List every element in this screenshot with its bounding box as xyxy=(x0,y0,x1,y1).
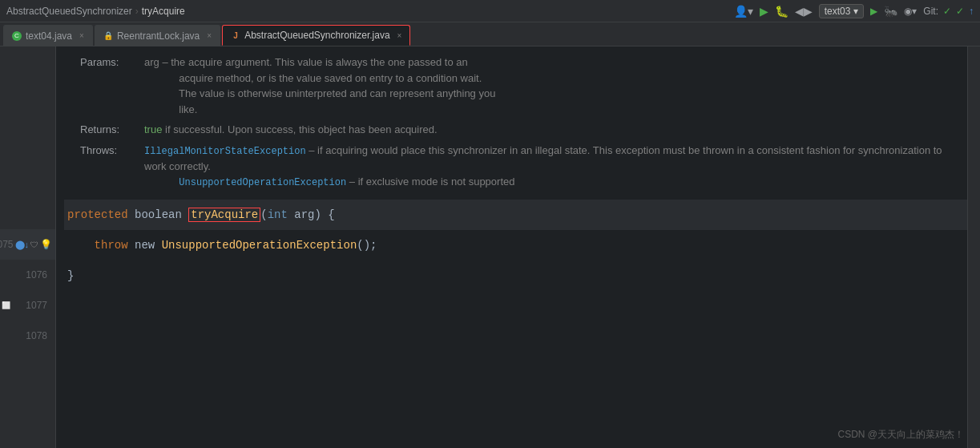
params-text: arg – the acquire argument. This value i… xyxy=(144,54,495,117)
returns-true: true xyxy=(144,123,162,135)
gutter-blank-5 xyxy=(0,168,55,199)
params-open: ( xyxy=(260,208,267,221)
throws-label: Throws: xyxy=(80,143,144,191)
gutter-line-1075: 1075 ⬤↓ 🛡 💡 xyxy=(0,229,55,260)
returns-rest: if successful. Upon success, this object… xyxy=(162,123,437,135)
shield-icon: 🛡 xyxy=(30,240,38,249)
tab-label-aqs: AbstractQueuedSynchronizer.java xyxy=(244,30,389,41)
tab-text04[interactable]: C text04.java × xyxy=(3,25,93,46)
params-label: Params: xyxy=(80,54,144,117)
line-number-gutter: 1075 ⬤↓ 🛡 💡 1076 1077 ⬜ 1078 xyxy=(0,46,56,448)
throws-value: IllegalMonitorStateException – if acquir… xyxy=(144,143,951,191)
person-icon: 👤▾ xyxy=(734,5,753,18)
tab-icon-text04: C xyxy=(12,31,22,41)
tab-bar: C text04.java × 🔒 ReentrantLock.java × J… xyxy=(0,22,980,46)
keyword-throw: throw xyxy=(95,239,128,252)
git-check-icon2: ✓ xyxy=(956,6,964,17)
tab-label-reentrantlock: ReentrantLock.java xyxy=(117,30,200,42)
gutter-blank-3 xyxy=(0,107,55,138)
tab-close-text04[interactable]: × xyxy=(79,31,84,40)
returns-label: Returns: xyxy=(80,122,144,138)
gutter-blank-4 xyxy=(0,138,55,168)
tab-reentrantlock[interactable]: 🔒 ReentrantLock.java × xyxy=(95,25,220,46)
constructor-call: (); xyxy=(357,239,377,252)
line-number-1077: 1077 xyxy=(26,300,47,311)
git-check-icon: ✓ xyxy=(943,6,951,17)
gutter-line-1076: 1076 xyxy=(0,260,55,290)
breadcrumb: AbstractQueuedSynchronizer › tryAcquire xyxy=(6,6,185,17)
chevron-down-icon: ▾ xyxy=(853,6,858,17)
line-number-1075: 1075 xyxy=(0,239,14,250)
tab-close-reentrantlock[interactable]: × xyxy=(207,31,212,40)
editor-main: 1075 ⬤↓ 🛡 💡 1076 1077 ⬜ 1078 Params: arg… xyxy=(0,46,980,448)
doc-block: Params: arg – the acquire argument. This… xyxy=(64,46,967,200)
gutter-blank-6 xyxy=(0,199,55,229)
git-push-icon[interactable]: ↑ xyxy=(969,6,974,17)
closing-brace: } xyxy=(67,269,74,282)
code-line-1077: } xyxy=(64,260,967,291)
run-config-label: text03 xyxy=(825,6,851,17)
doc-params-line: Params: arg – the acquire argument. This… xyxy=(80,54,951,117)
tab-aqs[interactable]: J AbstractQueuedSynchronizer.java × xyxy=(222,25,410,46)
space2 xyxy=(182,208,188,221)
bookmark-icon[interactable]: ⬤↓ xyxy=(15,240,30,250)
run-arrow-icon[interactable]: ▶ xyxy=(760,5,768,18)
git-area: Git: ✓ ✓ ↑ xyxy=(923,6,974,17)
space-new: new xyxy=(128,239,162,252)
throws-code1: IllegalMonitorStateException xyxy=(144,146,306,157)
type-boolean: boolean xyxy=(135,208,182,221)
indent-1076 xyxy=(67,239,95,252)
gutter-blank-2 xyxy=(0,77,55,107)
throws-code2: UnsupportedOperationException xyxy=(179,177,346,188)
ant-icon[interactable]: 🐜 xyxy=(884,5,897,18)
profile-icon[interactable]: ◀▶ xyxy=(795,5,813,18)
code-line-1075: protected boolean tryAcquire ( int arg) … xyxy=(64,200,967,230)
line-number-1078: 1078 xyxy=(26,330,47,341)
bulb-icon[interactable]: 💡 xyxy=(40,239,52,250)
code-line-1078 xyxy=(64,291,967,321)
top-bar: AbstractQueuedSynchronizer › tryAcquire … xyxy=(0,0,980,22)
tab-icon-reentrantlock: 🔒 xyxy=(103,31,113,41)
code-line-1076: throw new UnsupportedOperationException … xyxy=(64,230,967,260)
keyword-protected: protected xyxy=(67,208,128,221)
param-name-arg: arg) { xyxy=(288,208,335,221)
throws-text2: – if exclusive mode is not supported xyxy=(349,176,515,188)
breadcrumb-class: AbstractQueuedSynchronizer xyxy=(6,6,132,17)
line-number-1076: 1076 xyxy=(26,269,47,281)
doc-returns-line: Returns: true if successful. Upon succes… xyxy=(80,122,951,138)
class-unsupported: UnsupportedOperationException xyxy=(162,239,357,252)
watermark: CSDN @天天向上的菜鸡杰！ xyxy=(837,428,964,442)
empty-line xyxy=(67,300,74,313)
scrollbar-gutter xyxy=(967,46,980,448)
method-tryacquire: tryAcquire xyxy=(188,208,260,222)
gutter-line-1077: 1077 ⬜ xyxy=(0,290,55,321)
gutter-blank-1 xyxy=(0,46,55,77)
code-content: Params: arg – the acquire argument. This… xyxy=(56,46,967,448)
coverage-icon[interactable]: ◉▾ xyxy=(904,6,917,17)
breadcrumb-sep: › xyxy=(135,6,139,17)
space1 xyxy=(128,208,135,221)
tab-icon-aqs: J xyxy=(231,30,240,40)
run-config-selector[interactable]: text03 ▾ xyxy=(819,4,865,18)
gutter-line-1078: 1078 xyxy=(0,321,55,351)
play-icon[interactable]: ▶ xyxy=(870,6,877,17)
returns-value: true if successful. Upon success, this o… xyxy=(144,122,438,138)
debug-icon[interactable]: 🐛 xyxy=(775,5,788,18)
code-lines-block: protected boolean tryAcquire ( int arg) … xyxy=(64,200,967,321)
param-type-int: int xyxy=(268,208,288,221)
tab-close-aqs[interactable]: × xyxy=(397,31,402,40)
breadcrumb-method: tryAcquire xyxy=(142,6,185,17)
top-bar-right: 👤▾ ▶ 🐛 ◀▶ text03 ▾ ▶ 🐜 ◉▾ Git: ✓ ✓ ↑ xyxy=(734,4,974,18)
doc-throws-line: Throws: IllegalMonitorStateException – i… xyxy=(80,143,951,191)
fold-icon[interactable]: ⬜ xyxy=(2,301,10,309)
tab-label-text04: text04.java xyxy=(26,30,72,42)
git-label: Git: xyxy=(923,6,938,17)
